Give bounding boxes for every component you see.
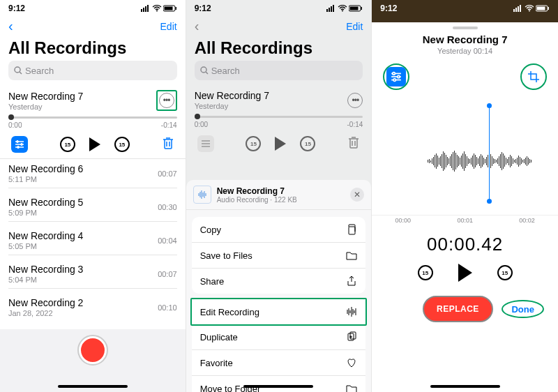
svg-rect-55 bbox=[548, 7, 549, 10]
more-button[interactable]: ••• bbox=[347, 93, 363, 108]
status-time: 9:12 bbox=[380, 3, 397, 13]
status-bar: 9:12 bbox=[0, 0, 186, 15]
heart-icon bbox=[346, 357, 357, 368]
search-input[interactable]: Search bbox=[8, 61, 177, 80]
skip-back-icon: 15 bbox=[246, 136, 261, 151]
skip-back-icon[interactable]: 15 bbox=[60, 137, 75, 152]
play-icon bbox=[275, 137, 286, 151]
status-icons bbox=[513, 5, 550, 12]
status-time: 9:12 bbox=[8, 3, 25, 13]
menu-item-save[interactable]: Save to Files bbox=[192, 243, 366, 269]
skip-back-icon[interactable]: 15 bbox=[418, 265, 433, 280]
screen-edit-recording: 9:12 New Recording 7 Yesterday 00:14 00:… bbox=[372, 0, 558, 392]
menu-item-move[interactable]: Move to Folder bbox=[192, 376, 366, 392]
svg-line-9 bbox=[20, 72, 22, 74]
status-bar: 9:12 bbox=[186, 0, 372, 15]
sheet-title: New Recording 7 bbox=[217, 186, 297, 196]
svg-rect-23 bbox=[361, 7, 363, 10]
replace-button[interactable]: REPLACE bbox=[423, 296, 493, 322]
svg-rect-22 bbox=[350, 7, 359, 10]
svg-point-60 bbox=[398, 75, 400, 77]
home-indicator[interactable] bbox=[243, 385, 313, 388]
list-item[interactable]: New Recording 45:05 PM00:04 bbox=[0, 226, 186, 259]
trash-icon bbox=[347, 135, 360, 152]
menu-item-duplicate[interactable]: Duplicate bbox=[192, 324, 366, 350]
screen-action-sheet: 9:12 ‹ Edit All Recordings Search New Re… bbox=[186, 0, 372, 392]
status-bar: 9:12 bbox=[372, 0, 558, 15]
highlight-more-button: ••• bbox=[156, 90, 177, 111]
list-item[interactable]: New Recording 2Jan 28, 202200:10 bbox=[0, 293, 186, 322]
page-title: All Recordings bbox=[186, 38, 372, 61]
highlight-crop bbox=[520, 63, 547, 90]
list-item[interactable]: New Recording 35:04 PM00:07 bbox=[0, 259, 186, 293]
record-area bbox=[0, 329, 186, 392]
back-chevron-icon[interactable]: ‹ bbox=[195, 18, 199, 34]
playhead[interactable] bbox=[489, 105, 490, 202]
svg-rect-0 bbox=[141, 9, 142, 12]
record-button[interactable] bbox=[79, 336, 107, 364]
play-icon[interactable] bbox=[458, 264, 472, 282]
options-button bbox=[197, 135, 214, 152]
home-indicator[interactable] bbox=[430, 385, 500, 388]
svg-rect-16 bbox=[326, 9, 328, 12]
svg-rect-51 bbox=[520, 5, 521, 12]
crop-button[interactable] bbox=[524, 67, 543, 86]
sheet-sub: Audio Recording · 122 KB bbox=[217, 196, 297, 204]
close-icon[interactable]: ✕ bbox=[350, 188, 364, 202]
svg-rect-1 bbox=[143, 8, 144, 12]
action-sheet: New Recording 7 Audio Recording · 122 KB… bbox=[186, 180, 372, 392]
search-input[interactable]: Search bbox=[195, 61, 363, 80]
list-item[interactable]: New Recording 65:11 PM00:07 bbox=[0, 159, 186, 193]
skip-fwd-icon[interactable]: 15 bbox=[497, 265, 513, 280]
menu-item-edit-recording[interactable]: Edit Recording bbox=[190, 298, 368, 326]
trash-icon[interactable] bbox=[162, 136, 174, 153]
highlight-options bbox=[383, 63, 409, 90]
grabber[interactable] bbox=[372, 22, 558, 31]
done-button[interactable]: Done bbox=[506, 300, 540, 319]
svg-rect-48 bbox=[513, 9, 515, 12]
waveform-icon bbox=[428, 147, 558, 175]
svg-rect-19 bbox=[333, 5, 334, 12]
waveform-icon bbox=[193, 186, 211, 204]
search-icon bbox=[14, 66, 22, 75]
recording-title: New Recording 7 bbox=[8, 91, 83, 102]
svg-point-13 bbox=[17, 141, 19, 143]
recording-expanded: New Recording 7 Yesterday ••• 0:00 -0:14… bbox=[0, 86, 186, 159]
home-indicator[interactable] bbox=[58, 385, 128, 388]
more-button[interactable]: ••• bbox=[159, 93, 174, 108]
list-item[interactable]: New Recording 55:09 PM00:30 bbox=[0, 193, 186, 226]
highlight-done: Done bbox=[502, 300, 544, 318]
edit-link[interactable]: Edit bbox=[160, 21, 177, 32]
svg-rect-54 bbox=[536, 7, 545, 10]
svg-point-4 bbox=[156, 10, 158, 12]
status-icons bbox=[326, 5, 363, 12]
status-time: 9:12 bbox=[195, 3, 211, 13]
edit-link[interactable]: Edit bbox=[346, 21, 363, 32]
search-placeholder: Search bbox=[25, 66, 54, 76]
svg-line-25 bbox=[206, 72, 208, 74]
svg-point-59 bbox=[393, 73, 395, 75]
skip-fwd-icon[interactable]: 15 bbox=[114, 137, 130, 152]
menu-item-share[interactable]: Share bbox=[192, 269, 366, 294]
svg-rect-50 bbox=[518, 6, 519, 12]
svg-rect-6 bbox=[164, 7, 172, 10]
page-title: All Recordings bbox=[0, 38, 186, 61]
timeline[interactable] bbox=[8, 116, 177, 119]
timeline[interactable] bbox=[195, 116, 363, 118]
skip-fwd-icon: 15 bbox=[300, 136, 315, 151]
copy-icon bbox=[346, 224, 357, 235]
svg-rect-3 bbox=[147, 5, 149, 12]
status-icons bbox=[141, 5, 177, 12]
options-button[interactable] bbox=[11, 136, 28, 153]
options-button[interactable] bbox=[386, 67, 406, 86]
play-icon[interactable] bbox=[89, 137, 100, 151]
svg-point-61 bbox=[393, 79, 395, 81]
time-end: -0:14 bbox=[161, 121, 177, 129]
recording-title: New Recording 7 bbox=[372, 33, 558, 45]
menu-item-copy[interactable]: Copy bbox=[192, 217, 366, 243]
back-chevron-icon[interactable]: ‹ bbox=[8, 18, 13, 34]
duplicate-icon bbox=[346, 331, 357, 342]
svg-point-20 bbox=[342, 10, 343, 12]
waveform-area[interactable]: 00:00 00:01 00:02 bbox=[372, 98, 558, 224]
menu-item-favorite[interactable]: Favorite bbox=[192, 350, 366, 376]
